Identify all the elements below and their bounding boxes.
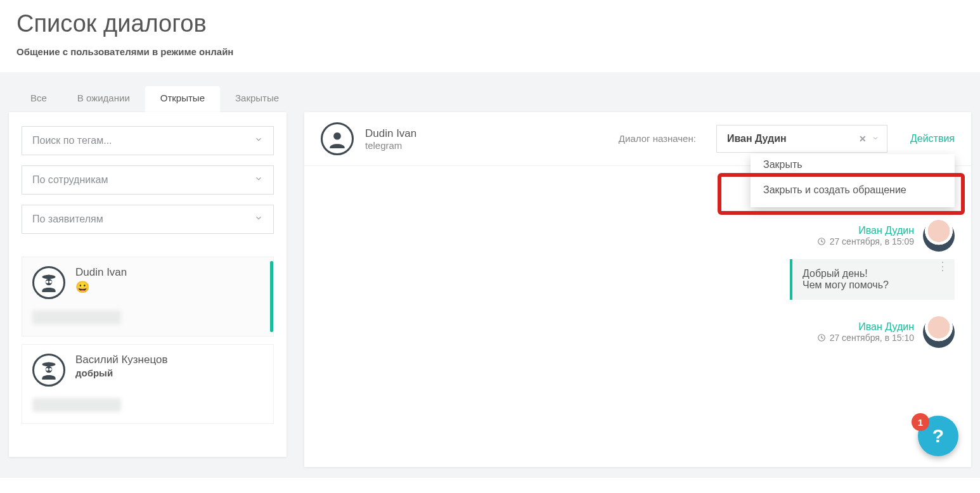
dialog-name: Dudin Ivan: [75, 266, 127, 279]
avatar: [32, 266, 65, 299]
message-author: Иван Дудин: [817, 321, 914, 333]
chat-panel: Dudin Ivan telegram Диалог назначен: Ива…: [304, 112, 971, 467]
message-bubble: ⋮ Добрый день! Чем могу помочь?: [790, 259, 955, 300]
message: Иван Дудин 27 сентября, в 15:09 ⋮ Добрый…: [342, 220, 955, 300]
svg-rect-1: [47, 275, 51, 278]
agent-avatar: [923, 316, 955, 348]
message-time: 27 сентября, в 15:09: [817, 236, 914, 246]
actions-link[interactable]: Действия: [910, 133, 955, 144]
filter-applicants[interactable]: По заявителям: [22, 205, 274, 234]
blurred-meta: [32, 311, 121, 324]
dialog-card[interactable]: Василий Кузнецов добрый: [22, 344, 274, 424]
svg-line-13: [822, 241, 823, 242]
filter-tags[interactable]: Поиск по тегам...: [22, 126, 274, 155]
more-icon[interactable]: ⋮: [937, 264, 948, 268]
page-header: Список диалогов Общение с пользователями…: [0, 0, 980, 72]
assignee-name: Иван Дудин: [727, 133, 787, 144]
assignee-select[interactable]: Иван Дудин ✕: [716, 125, 887, 153]
dialogs-panel: Поиск по тегам... По сотрудникам По заяв…: [9, 112, 287, 457]
message-author: Иван Дудин: [817, 225, 914, 236]
help-fab[interactable]: 1 ?: [918, 416, 958, 456]
help-icon: ?: [932, 425, 944, 447]
svg-point-3: [46, 281, 48, 283]
svg-rect-6: [47, 362, 51, 366]
blurred-meta: [32, 398, 121, 412]
avatar: [32, 354, 65, 387]
actions-dropdown: Закрыть Закрыть и создать обращение: [751, 154, 955, 207]
message-time: 27 сентября, в 15:10: [817, 333, 914, 343]
svg-point-8: [46, 368, 48, 371]
contact-name: Dudin Ivan: [365, 127, 416, 140]
svg-line-16: [822, 338, 823, 338]
chevron-down-icon[interactable]: [872, 134, 879, 144]
svg-point-10: [333, 132, 341, 140]
tabs: Все В ожидании Открытые Закрытые: [9, 72, 971, 112]
tab-all[interactable]: Все: [15, 86, 62, 112]
notification-badge: 1: [912, 413, 929, 431]
message-line: Чем могу помочь?: [803, 279, 943, 291]
dialog-preview: 😀: [75, 280, 127, 294]
dropdown-item-close-create[interactable]: Закрыть и создать обращение: [751, 176, 955, 205]
dialog-preview: добрый: [75, 368, 168, 378]
agent-avatar: [923, 220, 955, 252]
dialog-name: Василий Кузнецов: [75, 354, 168, 366]
svg-point-4: [49, 281, 52, 283]
chevron-down-icon: [254, 214, 263, 225]
chat-body: Иван Дудин 27 сентября, в 15:09 ⋮ Добрый…: [304, 163, 971, 467]
clock-icon: [817, 333, 826, 342]
assigned-label: Диалог назначен:: [619, 132, 696, 145]
dropdown-item-close[interactable]: Закрыть: [751, 157, 955, 176]
tab-waiting[interactable]: В ожидании: [62, 86, 145, 112]
filter-staff[interactable]: По сотрудникам: [22, 165, 274, 195]
page-title: Список диалогов: [16, 10, 964, 37]
svg-point-9: [49, 368, 52, 371]
contact-avatar: [321, 122, 354, 155]
clock-icon: [817, 237, 826, 246]
tab-open[interactable]: Открытые: [145, 86, 220, 112]
message: Иван Дудин 27 сентября, в 15:10: [342, 316, 955, 348]
filter-tags-label: Поиск по тегам...: [32, 135, 112, 146]
contact-source: telegram: [365, 140, 416, 151]
workarea: Все В ожидании Открытые Закрытые Поиск п…: [0, 72, 980, 478]
page-subtitle: Общение с пользователями в режиме онлайн: [16, 46, 964, 57]
chevron-down-icon: [254, 174, 263, 186]
clear-icon[interactable]: ✕: [859, 134, 867, 144]
chevron-down-icon: [254, 135, 263, 146]
tab-closed[interactable]: Закрытые: [220, 86, 294, 112]
filter-staff-label: По сотрудникам: [32, 174, 108, 186]
filter-applicants-label: По заявителям: [32, 214, 103, 225]
message-line: Добрый день!: [803, 268, 943, 279]
dialog-list: Dudin Ivan 😀 Василий Кузнецов добрый: [22, 257, 274, 424]
dialog-card[interactable]: Dudin Ivan 😀: [22, 257, 274, 336]
